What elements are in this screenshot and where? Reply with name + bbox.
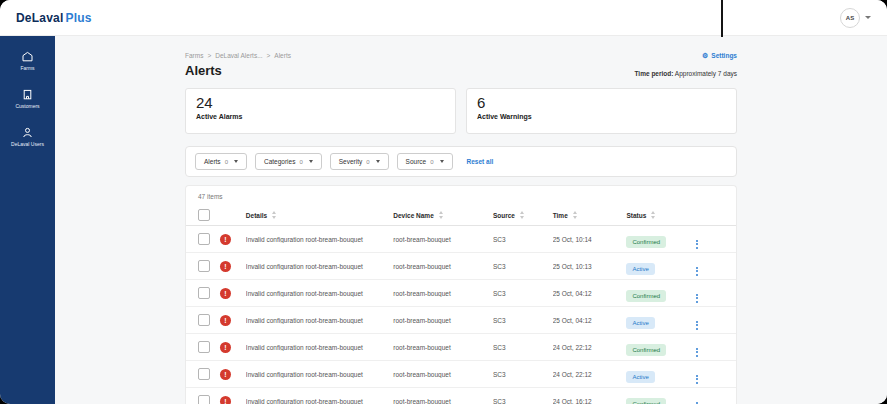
alarm-icon: ! bbox=[220, 315, 231, 326]
chevron-down-icon bbox=[376, 160, 380, 163]
device-name: root-bream-bouquet bbox=[393, 263, 493, 270]
column-header-time[interactable]: Time bbox=[553, 211, 627, 219]
stat-card-active-alarms: 24 Active Alarms bbox=[185, 88, 456, 134]
kebab-menu-icon[interactable] bbox=[694, 319, 700, 332]
table-header: Details Device Name Source Time bbox=[186, 205, 736, 226]
column-header-details[interactable]: Details bbox=[246, 211, 393, 219]
kebab-menu-icon[interactable] bbox=[694, 292, 700, 305]
column-header-device-name[interactable]: Device Name bbox=[393, 211, 493, 219]
alert-source: SC3 bbox=[493, 236, 553, 243]
alert-time: 25 Oct, 04:12 bbox=[553, 317, 627, 324]
column-label: Time bbox=[553, 212, 568, 219]
table-row: ! Invalid configuration root-bream-bouqu… bbox=[186, 280, 736, 307]
alarm-icon: ! bbox=[220, 342, 231, 353]
sidebar-item-farms[interactable]: Farms bbox=[0, 49, 55, 71]
row-checkbox[interactable] bbox=[198, 368, 210, 380]
alert-details: Invalid configuration root-bream-bouquet bbox=[246, 398, 393, 404]
row-checkbox[interactable] bbox=[198, 287, 210, 299]
table-row: ! Invalid configuration root-bream-bouqu… bbox=[186, 307, 736, 334]
page-header-left: Farms > DeLaval Alerts... > Alerts Alert… bbox=[185, 52, 291, 78]
sidebar-item-customers[interactable]: Customers bbox=[0, 87, 55, 109]
column-label: Source bbox=[493, 212, 515, 219]
sidebar-item-delaval-users[interactable]: DeLaval Users bbox=[0, 125, 55, 147]
account-menu[interactable]: AS bbox=[840, 8, 871, 28]
logo-text-secondary: Plus bbox=[65, 11, 91, 25]
settings-link[interactable]: ⚙ Settings bbox=[702, 52, 737, 59]
status-badge: Active bbox=[626, 317, 654, 329]
alarm-icon: ! bbox=[220, 396, 231, 404]
building-icon bbox=[21, 87, 34, 100]
alert-details: Invalid configuration root-bream-bouquet bbox=[246, 344, 393, 351]
alert-details: Invalid configuration root-bream-bouquet bbox=[246, 317, 393, 324]
app-window: DeLavalPlus AS Farms Customers DeLaval U… bbox=[0, 0, 887, 404]
alert-time: 24 Oct, 22:12 bbox=[553, 371, 627, 378]
column-header-status[interactable]: Status bbox=[626, 211, 688, 219]
alarm-icon: ! bbox=[220, 261, 231, 272]
kebab-menu-icon[interactable] bbox=[694, 265, 700, 278]
reset-all-link[interactable]: Reset all bbox=[467, 158, 494, 165]
stat-card-active-warnings: 6 Active Warnings bbox=[466, 88, 737, 134]
filter-dropdown-source[interactable]: Source 0 bbox=[397, 153, 453, 170]
filter-label: Source bbox=[406, 158, 427, 165]
chevron-down-icon bbox=[440, 160, 444, 163]
alert-time: 25 Oct, 10:13 bbox=[553, 263, 627, 270]
filter-dropdown-alerts[interactable]: Alerts 0 bbox=[195, 153, 247, 170]
sort-icon bbox=[272, 211, 277, 219]
screenshot-stage: DeLavalPlus AS Farms Customers DeLaval U… bbox=[0, 0, 887, 404]
alarm-icon: ! bbox=[220, 234, 231, 245]
breadcrumb: Farms > DeLaval Alerts... > Alerts bbox=[185, 52, 291, 59]
status-badge: Confirmed bbox=[626, 344, 666, 356]
time-period-label: Time period: bbox=[635, 70, 674, 77]
chevron-down-icon bbox=[234, 160, 238, 163]
chevron-down-icon bbox=[309, 160, 313, 163]
kebab-menu-icon[interactable] bbox=[694, 238, 700, 251]
filter-dropdown-categories[interactable]: Categories 0 bbox=[255, 153, 322, 170]
sort-icon bbox=[439, 211, 444, 219]
breadcrumb-item-delaval-alerts[interactable]: DeLaval Alerts... bbox=[215, 52, 262, 59]
sidebar: Farms Customers DeLaval Users bbox=[0, 36, 55, 404]
page-header-right: ⚙ Settings Time period: Approximately 7 … bbox=[635, 52, 737, 77]
column-header-source[interactable]: Source bbox=[493, 211, 553, 219]
breadcrumb-item-current: Alerts bbox=[274, 52, 291, 59]
kebab-menu-icon[interactable] bbox=[694, 373, 700, 386]
sort-icon bbox=[651, 211, 656, 219]
settings-label: Settings bbox=[711, 52, 737, 59]
kebab-menu-icon[interactable] bbox=[694, 346, 700, 359]
alert-source: SC3 bbox=[493, 317, 553, 324]
kebab-menu-icon[interactable] bbox=[694, 400, 700, 404]
row-checkbox[interactable] bbox=[198, 260, 210, 272]
sidebar-item-label: Customers bbox=[15, 103, 39, 109]
row-checkbox[interactable] bbox=[198, 341, 210, 353]
table-row: ! Invalid configuration root-bream-bouqu… bbox=[186, 388, 736, 404]
alarm-icon: ! bbox=[220, 288, 231, 299]
select-all-checkbox[interactable] bbox=[198, 209, 210, 221]
status-badge: Confirmed bbox=[626, 290, 666, 302]
filter-count: 0 bbox=[225, 159, 228, 165]
filter-dropdown-severity[interactable]: Severity 0 bbox=[330, 153, 389, 170]
table-row: ! Invalid configuration root-bream-bouqu… bbox=[186, 253, 736, 280]
row-checkbox[interactable] bbox=[198, 395, 210, 404]
alarm-icon: ! bbox=[220, 369, 231, 380]
gear-icon: ⚙ bbox=[702, 52, 708, 59]
page-header: Farms > DeLaval Alerts... > Alerts Alert… bbox=[185, 52, 737, 78]
status-badge: Confirmed bbox=[626, 398, 666, 404]
row-checkbox[interactable] bbox=[198, 233, 210, 245]
page-title: Alerts bbox=[185, 64, 291, 78]
alert-source: SC3 bbox=[493, 344, 553, 351]
device-name: root-bream-bouquet bbox=[393, 290, 493, 297]
sort-icon bbox=[520, 211, 525, 219]
content-column: Farms > DeLaval Alerts... > Alerts Alert… bbox=[185, 52, 737, 404]
column-label: Details bbox=[246, 212, 267, 219]
filter-count: 0 bbox=[430, 159, 433, 165]
filter-label: Categories bbox=[264, 158, 295, 165]
alert-time: 24 Oct, 22:12 bbox=[553, 344, 627, 351]
alert-time: 25 Oct, 04:12 bbox=[553, 290, 627, 297]
time-period: Time period: Approximately 7 days bbox=[635, 70, 737, 77]
table-row: ! Invalid configuration root-bream-bouqu… bbox=[186, 334, 736, 361]
breadcrumb-item-farms[interactable]: Farms bbox=[185, 52, 203, 59]
sidebar-item-label: Farms bbox=[20, 65, 34, 71]
device-name: root-bream-bouquet bbox=[393, 317, 493, 324]
row-checkbox[interactable] bbox=[198, 314, 210, 326]
alert-source: SC3 bbox=[493, 398, 553, 404]
status-badge: Confirmed bbox=[626, 236, 666, 248]
